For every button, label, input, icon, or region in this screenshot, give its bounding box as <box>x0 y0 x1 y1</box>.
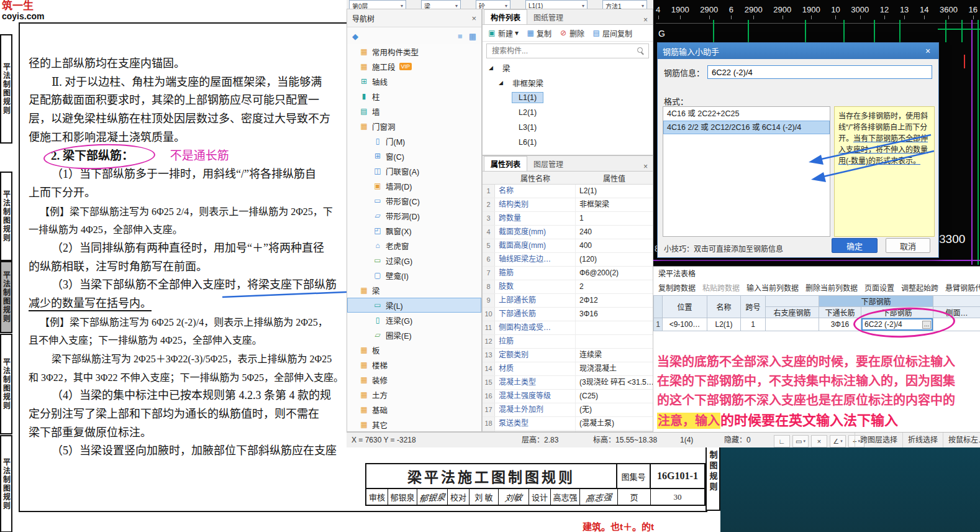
close-icon[interactable]: × <box>922 46 933 56</box>
property-value[interactable]: Φ6@200(2) <box>576 267 653 280</box>
topbar-dropdown[interactable]: 砼 ▾ <box>476 0 510 9</box>
selection-mode-button[interactable]: 跨图层选择 <box>855 433 902 447</box>
beam-toolbar-button[interactable]: 输入当前列数据 <box>746 282 799 293</box>
property-value[interactable]: 非框架梁 <box>576 198 653 211</box>
component-search[interactable] <box>486 44 649 58</box>
property-value[interactable]: (无) <box>576 403 653 416</box>
locate-icon[interactable]: ◆ <box>352 32 358 41</box>
grid-view-icon[interactable]: ▦ <box>469 32 476 41</box>
nav-tree-item[interactable]: ▦ 梁 <box>347 283 481 298</box>
cancel-button[interactable]: 取消 <box>886 238 930 253</box>
property-value[interactable]: 2 <box>576 280 653 293</box>
tab-property-list[interactable]: 属性列表 <box>484 156 527 171</box>
tab-component-list[interactable]: 构件列表 <box>484 9 527 24</box>
beam-toolbar-button[interactable]: 调整起始跨 <box>901 282 938 293</box>
property-value[interactable]: (混凝土泵) <box>576 417 653 430</box>
nav-tree-item[interactable]: ▭ 带形窗(C) <box>347 193 481 208</box>
component-tree-item[interactable]: L6(1) <box>483 135 653 150</box>
status-icon-button[interactable]: ∠▾ <box>830 435 846 447</box>
component-toolbar-button[interactable]: ▤ 层间复制 <box>592 28 632 39</box>
nav-tree-item[interactable]: ▦ 土方 <box>347 387 481 402</box>
nav-tree-item[interactable]: ▮ 柱 <box>347 89 481 104</box>
nav-tree-item[interactable]: ▦ 常用构件类型 <box>347 44 481 59</box>
status-icon-button[interactable]: ∟ <box>774 435 790 447</box>
tab-layer-management[interactable]: 图层管理 <box>527 157 569 171</box>
nav-tree-item[interactable]: ▢ 壁龛(I) <box>347 268 481 283</box>
nav-tree-item[interactable]: ▣ 墙洞(D) <box>347 178 481 193</box>
selection-mode-button[interactable]: 折线选择 <box>902 433 943 447</box>
beam-toolbar-button[interactable]: 页面设置 <box>864 282 894 293</box>
status-icon-button[interactable]: × <box>811 435 827 447</box>
component-toolbar-button[interactable]: ▦ 复制 <box>526 28 551 39</box>
nav-tree-item[interactable]: ▦ 门窗洞 <box>347 119 481 134</box>
ok-button[interactable]: 确定 <box>832 238 878 253</box>
nav-tree-item[interactable]: ◫ 门联窗(A) <box>347 163 481 178</box>
property-value[interactable]: (3现浇砼 碎石 <31.5… <box>576 376 653 389</box>
nav-tree-item[interactable]: ▱ 带形洞(D) <box>347 208 481 223</box>
property-value[interactable]: (120) <box>576 253 653 266</box>
beam-toolbar-button[interactable]: 复制跨数据 <box>658 282 696 293</box>
property-value[interactable]: (C25) <box>576 390 653 403</box>
component-toolbar-button[interactable]: ▣ 新建 ▾ <box>488 28 519 39</box>
topbar-dropdown[interactable]: L1(1) ▾ <box>525 0 588 9</box>
cell-position[interactable]: <9-100… <box>663 318 707 331</box>
component-tree-item[interactable]: ◢ 梁 <box>483 60 653 75</box>
doc-side-tab[interactable]: 平法制图规则 <box>0 435 12 532</box>
property-value[interactable]: 400 <box>576 239 653 252</box>
cell-name[interactable]: L2(1) <box>707 318 741 331</box>
beam-toolbar-button[interactable]: 删除当前列数据 <box>805 282 858 293</box>
nav-tree-item[interactable]: ▯ 连梁(G) <box>347 313 481 328</box>
expand-triangle-icon[interactable]: ◢ <box>499 80 503 86</box>
cell-side[interactable] <box>933 318 980 331</box>
nav-tree-item[interactable]: ◰ 飘窗(X) <box>347 223 481 238</box>
property-value[interactable] <box>576 321 653 334</box>
topbar-dropdown[interactable]: 方法1 ▾ <box>602 0 647 9</box>
nav-tree-item[interactable]: ▤ 墙 <box>347 104 481 119</box>
cell-right-support[interactable] <box>766 318 819 331</box>
close-icon[interactable]: × <box>638 16 653 24</box>
nav-tree-item[interactable]: ▦ 施工段 VIP <box>347 59 481 74</box>
nav-tree-item[interactable]: ⊞ 窗(C) <box>347 149 481 163</box>
close-icon[interactable]: × <box>638 162 653 171</box>
cell-bottom-through[interactable]: 3Φ16 <box>819 318 861 331</box>
property-value[interactable]: 现浇混凝土 <box>576 362 653 375</box>
cell-bottom-rebar-editing[interactable]: 6C22 (-2)/4 … <box>861 318 933 331</box>
format-option[interactable]: 4C16 或 2C22+2C25 <box>663 107 830 121</box>
beam-toolbar-button[interactable]: 悬臂钢筋代号 <box>945 282 980 293</box>
status-icon-button[interactable]: ▭▾ <box>792 435 809 447</box>
nav-tree-item[interactable]: ▦ 其它 <box>347 417 481 432</box>
cad-drawing-area[interactable]: 4190029006290029001900103000121314360016… <box>653 0 980 266</box>
doc-side-tab[interactable]: 平法制图规则 <box>0 261 12 333</box>
nav-tree-item[interactable]: ⊞ 轴线 <box>347 74 481 89</box>
nav-tree-item[interactable]: ▦ 基础 <box>347 402 481 417</box>
close-icon[interactable]: × <box>471 14 476 23</box>
component-tree-item[interactable]: ◢ 非框架梁 <box>483 75 653 90</box>
search-input[interactable] <box>491 46 637 56</box>
topbar-dropdown[interactable]: 梁 ▾ <box>421 0 461 9</box>
property-value[interactable]: 3Φ16 <box>576 308 653 321</box>
property-value[interactable]: 2Φ12 <box>576 294 653 307</box>
topbar-dropdown[interactable]: 第0层 ▾ <box>349 0 406 9</box>
nav-tree-item[interactable]: ⌂ 老虎窗 <box>347 238 481 253</box>
nav-tree-item[interactable]: ▦ 板 <box>347 342 481 357</box>
nav-tree-item[interactable]: ▯ 门(M) <box>347 134 481 149</box>
property-value[interactable]: 连续梁 <box>576 349 653 362</box>
property-value[interactable]: 1 <box>576 212 653 225</box>
list-view-icon[interactable]: ≡ <box>458 32 463 41</box>
ellipsis-button[interactable]: … <box>922 321 931 329</box>
nav-tree-item[interactable]: ▭ 梁(L) <box>347 298 481 313</box>
property-value[interactable] <box>576 335 653 348</box>
nav-tree-item[interactable]: ▦ 楼梯 <box>347 357 481 372</box>
tab-drawing-management[interactable]: 图纸管理 <box>527 10 569 24</box>
property-value[interactable]: 240 <box>576 226 653 239</box>
nav-tree-item[interactable]: ▭ 过梁(G) <box>347 253 481 268</box>
property-value[interactable]: L2(1) <box>576 185 653 198</box>
component-tree-item[interactable]: L1(1) <box>483 90 653 105</box>
doc-side-tab[interactable]: 平法制图规则 <box>0 334 12 434</box>
doc-side-tab[interactable]: 平法制图规则 <box>0 34 12 144</box>
selection-mode-button[interactable]: 按鼠标左… <box>943 433 980 447</box>
component-tree-item[interactable]: L2(1) <box>483 105 653 120</box>
cell-span[interactable]: 1 <box>741 318 766 331</box>
nav-tree-item[interactable]: ▦ 装修 <box>347 372 481 387</box>
component-tree-item[interactable]: L3(1) <box>483 120 653 135</box>
